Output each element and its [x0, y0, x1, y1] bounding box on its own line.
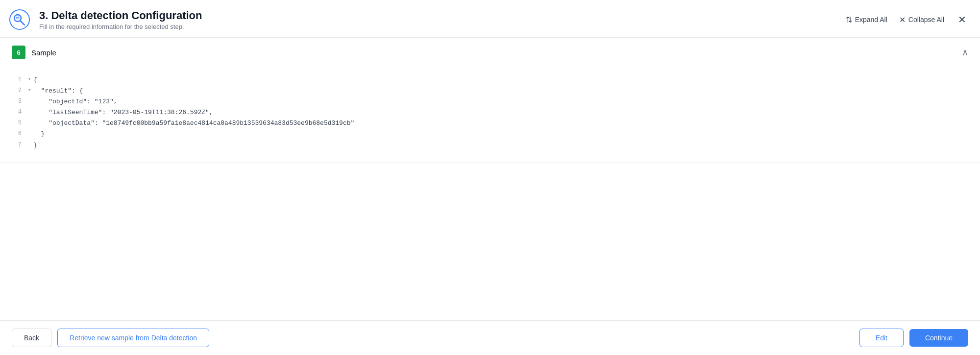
- line-number: 3: [12, 96, 25, 106]
- expand-all-icon: ⇅: [846, 15, 852, 24]
- line-content: "result": {: [33, 86, 83, 96]
- sample-section: 6 Sample ∧ 1▾{2▾ "result": {3 "objectId"…: [0, 38, 980, 163]
- line-number: 2: [12, 86, 25, 95]
- line-toggle[interactable]: ▾: [25, 86, 33, 95]
- main-content: 6 Sample ∧ 1▾{2▾ "result": {3 "objectId"…: [0, 38, 980, 320]
- line-number: 4: [12, 107, 25, 117]
- line-content: "lastSeenTime": "2023-05-19T11:38:26.592…: [33, 107, 213, 118]
- line-number: 6: [12, 129, 25, 139]
- section-chevron-icon: ∧: [962, 47, 968, 58]
- footer-left: Back Retrieve new sample from Delta dete…: [12, 329, 209, 347]
- collapse-all-label: Collapse All: [908, 16, 944, 24]
- line-content: }: [33, 129, 45, 140]
- line-toggle[interactable]: ▾: [25, 75, 33, 84]
- line-number: 5: [12, 118, 25, 128]
- section-header-left: 6 Sample: [12, 46, 56, 59]
- line-content: {: [33, 75, 37, 86]
- code-line: 4 "lastSeenTime": "2023-05-19T11:38:26.5…: [12, 107, 968, 118]
- close-button[interactable]: ✕: [956, 13, 968, 26]
- section-badge: 6: [12, 46, 25, 59]
- section-title: Sample: [31, 48, 56, 57]
- page-subtitle: Fill in the required information for the…: [39, 23, 202, 30]
- code-line: 1▾{: [12, 75, 968, 86]
- edit-button[interactable]: Edit: [859, 329, 904, 347]
- collapse-all-button[interactable]: ✕ Collapse All: [899, 15, 944, 24]
- footer-right: Edit Continue: [859, 329, 968, 347]
- section-header[interactable]: 6 Sample ∧: [0, 38, 980, 67]
- svg-line-2: [20, 21, 24, 25]
- header-actions: ⇅ Expand All ✕ Collapse All ✕: [846, 13, 968, 26]
- retrieve-button[interactable]: Retrieve new sample from Delta detection: [57, 329, 209, 347]
- code-line: 5 "objectData": "1e8749fc00bb9a59fa1e8ae…: [12, 118, 968, 129]
- header-text: 3. Delta detection Configuration Fill in…: [39, 9, 202, 30]
- code-line: 7 }: [12, 140, 968, 151]
- code-line: 2▾ "result": {: [12, 86, 968, 96]
- header-left: 3. Delta detection Configuration Fill in…: [8, 8, 202, 31]
- collapse-all-icon: ✕: [899, 15, 906, 24]
- code-line: 6 }: [12, 129, 968, 140]
- back-button[interactable]: Back: [12, 329, 51, 347]
- line-number: 1: [12, 75, 25, 85]
- svg-point-0: [10, 10, 29, 29]
- line-content: }: [33, 140, 37, 151]
- continue-button[interactable]: Continue: [909, 329, 968, 347]
- code-block: 1▾{2▾ "result": {3 "objectId": "123",4 "…: [12, 75, 968, 151]
- page-title: 3. Delta detection Configuration: [39, 9, 202, 22]
- line-content: "objectData": "1e8749fc00bb9a59fa1e8aec4…: [33, 118, 354, 129]
- code-container: 1▾{2▾ "result": {3 "objectId": "123",4 "…: [0, 67, 980, 163]
- page-header: 3. Delta detection Configuration Fill in…: [0, 0, 980, 38]
- line-content: "objectId": "123",: [33, 96, 118, 107]
- app-icon: [8, 8, 31, 31]
- expand-all-label: Expand All: [855, 16, 887, 24]
- code-line: 3 "objectId": "123",: [12, 96, 968, 107]
- line-number: 7: [12, 140, 25, 150]
- expand-all-button[interactable]: ⇅ Expand All: [846, 15, 887, 24]
- footer: Back Retrieve new sample from Delta dete…: [0, 320, 980, 355]
